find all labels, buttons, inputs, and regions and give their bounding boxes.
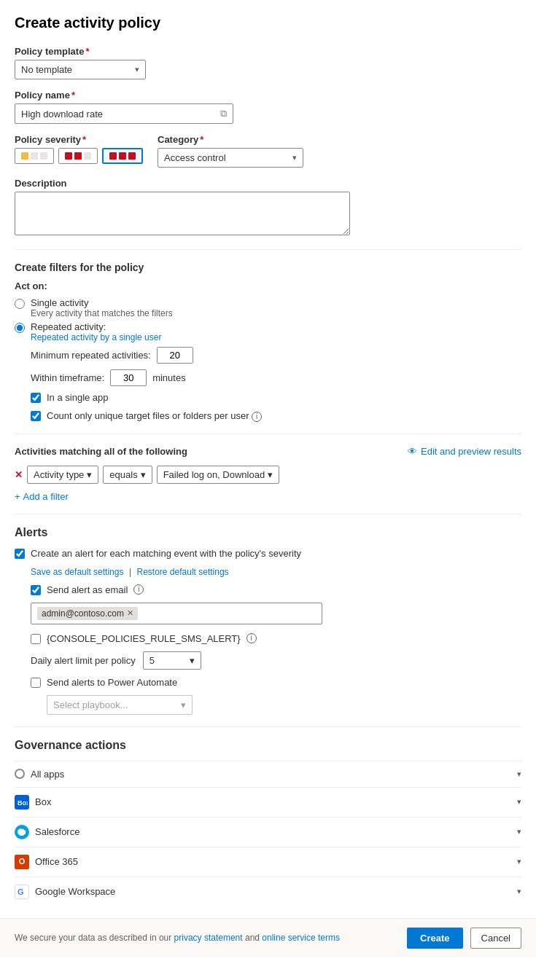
info-icon[interactable]: i (252, 412, 262, 422)
send-alert-email-checkbox[interactable] (31, 585, 41, 595)
edit-preview-btn[interactable]: 👁 Edit and preview results (408, 446, 521, 457)
power-automate-checkbox[interactable] (31, 678, 41, 688)
send-alert-email-section: Send alert as email i admin@contoso.com … (31, 584, 521, 624)
chevron-down-icon: ▾ (181, 699, 186, 710)
create-alert-label: Create an alert for each matching event … (31, 548, 301, 559)
category-dropdown[interactable]: Access control ▾ (158, 148, 303, 168)
google-label: Google Workspace (35, 886, 115, 897)
salesforce-icon (15, 825, 29, 839)
chevron-down-icon: ▾ (517, 857, 521, 866)
terms-link[interactable]: online service terms (262, 933, 340, 943)
box-icon: Box (15, 795, 29, 810)
create-button[interactable]: Create (407, 928, 462, 949)
all-apps-label: All apps (31, 769, 64, 780)
all-apps-radio-circle (15, 769, 25, 779)
repeated-activity-sub: Repeated activity by a single user (31, 332, 161, 342)
filter-value-label: Failed log on, Download (163, 469, 265, 480)
privacy-link[interactable]: privacy statement (174, 933, 243, 943)
min-repeated-input[interactable] (157, 347, 193, 364)
activity-type-filter[interactable]: Activity type ▾ (27, 466, 98, 484)
footer-bar: We secure your data as described in our … (0, 918, 536, 957)
count-unique-label: Count only unique target files or folder… (47, 410, 249, 421)
within-timeframe-row: Within timeframe: minutes (31, 369, 521, 386)
cancel-button[interactable]: Cancel (470, 928, 521, 949)
daily-limit-value: 5 (149, 655, 155, 666)
filter-value[interactable]: Failed log on, Download ▾ (157, 466, 279, 484)
footer-text: We secure your data as described in our … (15, 933, 340, 943)
email-tag: admin@contoso.com ✕ (37, 607, 138, 620)
severity-low-btn[interactable] (15, 148, 54, 164)
severity-medium-btn[interactable] (58, 148, 98, 164)
severity-high-dot-3 (128, 152, 136, 160)
single-activity-row: Single activity Every activity that matc… (15, 297, 521, 318)
count-unique-checkbox[interactable] (31, 411, 41, 421)
gov-item-office365[interactable]: O Office 365 ▾ (15, 847, 521, 877)
separator: | (129, 567, 133, 577)
daily-limit-dropdown[interactable]: 5 ▾ (143, 651, 201, 670)
send-alert-email-label: Send alert as email (47, 584, 128, 595)
create-alert-row: Create an alert for each matching event … (15, 548, 521, 559)
in-single-app-checkbox[interactable] (31, 393, 41, 403)
severity-group (15, 148, 143, 164)
create-alert-checkbox[interactable] (15, 549, 25, 559)
policy-template-dropdown[interactable]: No template ▾ (15, 60, 146, 79)
severity-high-btn[interactable] (102, 148, 143, 164)
sms-checkbox[interactable] (31, 634, 41, 644)
add-filter-btn[interactable]: + Add a filter (15, 491, 521, 502)
category-label: Category* (158, 134, 303, 145)
daily-limit-row: Daily alert limit per policy 5 ▾ (31, 651, 521, 670)
sms-label: {CONSOLE_POLICIES_RULE_SMS_ALERT} (47, 633, 241, 644)
alerts-title: Alerts (15, 526, 521, 539)
alerts-section: Alerts Create an alert for each matching… (15, 526, 521, 715)
eye-icon: 👁 (408, 446, 417, 457)
sms-row: {CONSOLE_POLICIES_RULE_SMS_ALERT} i (31, 633, 521, 644)
min-repeated-label: Minimum repeated activities: (31, 350, 151, 361)
info-icon-sms[interactable]: i (246, 633, 257, 643)
repeated-activity-radio[interactable] (15, 323, 25, 333)
playbook-placeholder: Select playbook... (53, 699, 128, 710)
equals-filter[interactable]: equals ▾ (103, 466, 152, 484)
gov-item-google[interactable]: G Google Workspace ▾ (15, 877, 521, 906)
policy-template-label: Policy template* (15, 46, 521, 57)
severity-high-dot-1 (109, 152, 117, 160)
governance-section: Governance actions All apps ▾ Box Box ▾ (15, 739, 521, 906)
chevron-down-icon: ▾ (268, 469, 273, 480)
governance-title: Governance actions (15, 739, 521, 752)
repeated-activity-label: Repeated activity: (31, 321, 161, 332)
playbook-dropdown[interactable]: Select playbook... ▾ (47, 695, 193, 715)
office365-label: Office 365 (35, 856, 78, 867)
gov-item-salesforce[interactable]: Salesforce ▾ (15, 817, 521, 847)
power-automate-section: Send alerts to Power Automate Select pla… (31, 677, 521, 715)
gov-item-box[interactable]: Box Box ▾ (15, 787, 521, 817)
email-tag-remove-btn[interactable]: ✕ (127, 608, 133, 618)
page-title: Create activity policy (15, 15, 521, 31)
severity-med-dot-2 (74, 152, 82, 160)
save-default-link[interactable]: Save as default settings (31, 567, 123, 577)
info-icon-email[interactable]: i (133, 584, 144, 595)
repeated-activity-row: Repeated activity: Repeated activity by … (15, 321, 521, 342)
chevron-down-icon: ▾ (517, 887, 521, 896)
office365-icon: O (15, 855, 29, 869)
severity-low-dot-3 (40, 152, 47, 160)
single-activity-radio[interactable] (15, 299, 25, 309)
activities-section: Activities matching all of the following… (15, 446, 521, 502)
within-timeframe-input[interactable] (110, 369, 147, 386)
within-timeframe-label: Within timeframe: (31, 372, 104, 383)
svg-text:G: G (18, 887, 24, 896)
salesforce-label: Salesforce (35, 826, 79, 837)
email-tag-container[interactable]: admin@contoso.com ✕ (31, 603, 322, 624)
severity-category-row: Policy severity* (15, 134, 521, 168)
filter-remove-btn[interactable]: ✕ (15, 469, 23, 480)
edit-preview-label: Edit and preview results (421, 446, 521, 457)
chevron-down-icon: ▾ (190, 655, 195, 666)
description-textarea[interactable] (15, 192, 350, 235)
divider-3 (15, 514, 521, 514)
severity-high-dot-2 (119, 152, 126, 160)
gov-item-all-apps[interactable]: All apps ▾ (15, 761, 521, 787)
power-automate-label: Send alerts to Power Automate (47, 677, 177, 688)
description-section: Description (15, 178, 521, 238)
restore-default-link[interactable]: Restore default settings (137, 567, 229, 577)
chevron-down-icon: ▾ (517, 827, 521, 836)
severity-label: Policy severity* (15, 134, 143, 145)
add-filter-label: Add a filter (23, 491, 69, 502)
